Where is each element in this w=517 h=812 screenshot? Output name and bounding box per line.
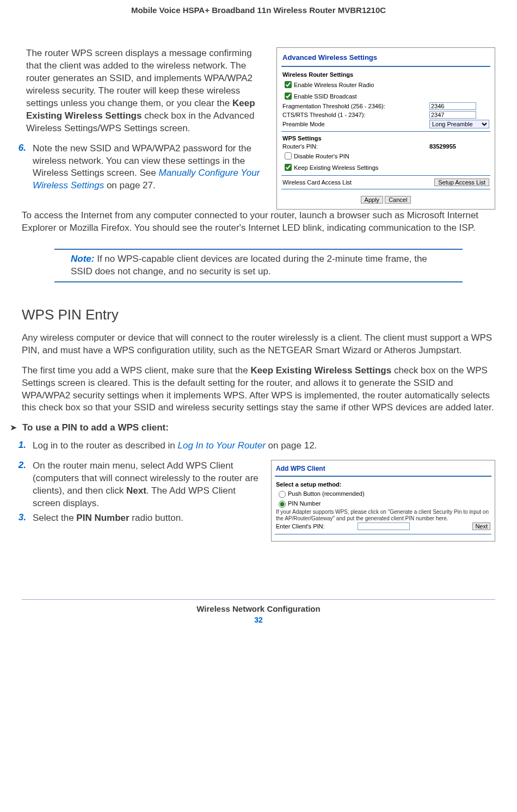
- router-pin-value: 83529955: [429, 143, 489, 150]
- button-next[interactable]: Next: [472, 522, 490, 530]
- chevron-icon: ➤: [10, 422, 17, 434]
- checkbox-enable-radio[interactable]: [285, 81, 292, 88]
- panel-title: Advanced Wireless Settings: [277, 48, 495, 65]
- radio-push-button[interactable]: [279, 491, 286, 498]
- checkbox-enable-ssid[interactable]: [285, 93, 292, 100]
- page-header-title: Mobile Voice HSPA+ Broadband 11n Wireles…: [22, 5, 495, 15]
- text-bold-keep-settings-2: Keep Existing Wireless Settings: [250, 365, 391, 376]
- paragraph-first-time: The first time you add a WPS client, mak…: [22, 365, 495, 415]
- radio-pin-number[interactable]: [279, 501, 286, 508]
- text-fragment: The first time you add a WPS client, mak…: [22, 365, 250, 376]
- label-access-list: Wireless Card Access List: [282, 179, 418, 186]
- checkbox-keep-settings[interactable]: [285, 164, 292, 171]
- label-pin-number: PIN Number: [288, 500, 321, 507]
- step-number-2: 2.: [13, 460, 26, 510]
- input-client-pin[interactable]: [358, 522, 410, 530]
- note-box: Note: If no WPS-capable client devices a…: [54, 249, 463, 282]
- button-cancel[interactable]: Cancel: [385, 196, 411, 204]
- note-label: Note:: [71, 254, 94, 264]
- label-frag: Fragmentation Threshold (256 - 2346):: [282, 103, 429, 109]
- note-text: If no WPS-capable client devices are loc…: [71, 254, 427, 276]
- input-cts[interactable]: [429, 111, 476, 119]
- text-fragment: radio button.: [130, 513, 183, 523]
- select-preamble[interactable]: Long Preamble: [429, 120, 489, 128]
- checkbox-disable-pin[interactable]: [285, 152, 292, 159]
- button-setup-access-list[interactable]: Setup Access List: [434, 179, 489, 186]
- text-fragment: on page 27.: [104, 180, 156, 190]
- step-number-6: 6.: [13, 143, 26, 193]
- input-frag[interactable]: [429, 102, 476, 110]
- screenshot-advanced-wireless: Advanced Wireless Settings Wireless Rout…: [276, 47, 495, 210]
- label-preamble: Preamble Mode: [282, 121, 429, 127]
- paragraph-wps-confirm: The router WPS screen displays a message…: [26, 47, 266, 135]
- step-3-body: Select the PIN Number radio button.: [33, 512, 260, 525]
- button-apply[interactable]: Apply: [361, 196, 384, 204]
- fine-print-wps: If your Adapter supports WPS, please cli…: [272, 508, 495, 522]
- text-fragment: The router WPS screen displays a message…: [26, 48, 253, 108]
- label-enable-ssid: Enable SSID Broadcast: [294, 93, 489, 100]
- step-number-1: 1.: [13, 440, 26, 452]
- footer-section-title: Wireless Network Configuration: [22, 604, 495, 613]
- paragraph-access-internet: To access the Internet from any computer…: [22, 210, 495, 235]
- label-cts: CTS/RTS Threshold (1 - 2347):: [282, 112, 429, 118]
- label-select-method: Select a setup method:: [272, 480, 495, 489]
- step-number-3: 3.: [13, 512, 26, 525]
- label-disable-pin: Disable Router's PIN: [294, 153, 489, 159]
- text-bold-pin-number: PIN Number: [76, 513, 129, 523]
- procedure-title: To use a PIN to add a WPS client:: [22, 422, 169, 434]
- text-bold-next: Next: [126, 485, 146, 496]
- step-2-body: On the router main menu, select Add WPS …: [33, 460, 260, 510]
- text-fragment: Log in to the router as described in: [33, 440, 178, 451]
- text-fragment: Select the: [33, 513, 76, 523]
- label-push-button: Push Button (recommended): [288, 490, 365, 497]
- text-fragment: on page 12.: [266, 440, 317, 451]
- group-wireless-router: Wireless Router Settings: [277, 70, 495, 79]
- panel-title-add-wps: Add WPS Client: [272, 460, 495, 475]
- step-1-body: Log in to the router as described in Log…: [33, 440, 495, 452]
- page-footer: Wireless Network Configuration 32: [22, 596, 495, 624]
- label-router-pin: Router's PIN:: [282, 143, 429, 150]
- label-enter-pin: Enter Client's PIN:: [276, 523, 325, 530]
- footer-page-number: 32: [22, 616, 495, 624]
- link-log-in-router[interactable]: Log In to Your Router: [178, 440, 266, 451]
- section-title-wps-pin: WPS PIN Entry: [22, 306, 495, 323]
- step-6-body: Note the new SSID and WPA/WPA2 password …: [33, 143, 266, 193]
- group-wps: WPS Settings: [277, 134, 495, 143]
- paragraph-client-def: Any wireless computer or device that wil…: [22, 332, 495, 357]
- label-enable-radio: Enable Wireless Router Radio: [294, 82, 489, 88]
- screenshot-add-wps-client: Add WPS Client Select a setup method: Pu…: [271, 460, 495, 542]
- label-keep-settings: Keep Existing Wireless Settings: [294, 164, 489, 171]
